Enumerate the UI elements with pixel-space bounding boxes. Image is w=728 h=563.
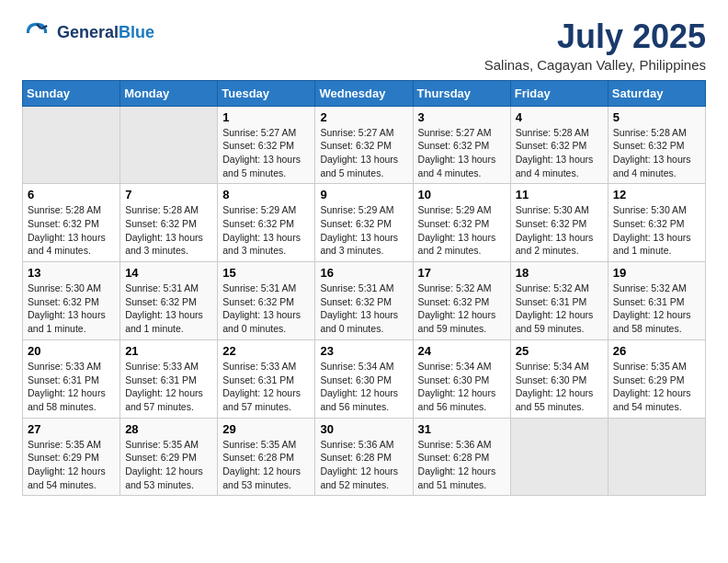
cell-day-number: 27 xyxy=(28,422,115,436)
calendar-cell: 31Sunrise: 5:36 AMSunset: 6:28 PMDayligh… xyxy=(413,418,510,496)
calendar-cell: 18Sunrise: 5:32 AMSunset: 6:31 PMDayligh… xyxy=(510,262,608,340)
cell-day-number: 7 xyxy=(125,188,212,201)
calendar-cell: 8Sunrise: 5:29 AMSunset: 6:32 PMDaylight… xyxy=(218,184,315,262)
cell-day-number: 9 xyxy=(320,188,407,201)
calendar-cell: 6Sunrise: 5:28 AMSunset: 6:32 PMDaylight… xyxy=(23,184,120,262)
cell-info: Sunrise: 5:34 AMSunset: 6:30 PMDaylight:… xyxy=(418,360,506,414)
cell-info: Sunrise: 5:34 AMSunset: 6:30 PMDaylight:… xyxy=(516,360,603,414)
cell-day-number: 16 xyxy=(320,266,407,280)
cell-info: Sunrise: 5:28 AMSunset: 6:32 PMDaylight:… xyxy=(28,203,115,258)
calendar-cell: 10Sunrise: 5:29 AMSunset: 6:32 PMDayligh… xyxy=(413,184,510,262)
cell-info: Sunrise: 5:28 AMSunset: 6:32 PMDaylight:… xyxy=(613,126,700,180)
calendar-cell xyxy=(510,418,608,496)
calendar-cell: 4Sunrise: 5:28 AMSunset: 6:32 PMDaylight… xyxy=(510,106,608,184)
calendar-cell: 19Sunrise: 5:32 AMSunset: 6:31 PMDayligh… xyxy=(608,262,705,340)
calendar-cell: 28Sunrise: 5:35 AMSunset: 6:29 PMDayligh… xyxy=(120,418,218,496)
cell-info: Sunrise: 5:35 AMSunset: 6:28 PMDaylight:… xyxy=(222,438,310,492)
cell-day-number: 8 xyxy=(222,188,310,201)
subtitle: Salinas, Cagayan Valley, Philippines xyxy=(484,57,706,73)
cell-info: Sunrise: 5:33 AMSunset: 6:31 PMDaylight:… xyxy=(222,360,310,414)
weekday-header-wednesday: Wednesday xyxy=(315,80,413,106)
cell-info: Sunrise: 5:32 AMSunset: 6:31 PMDaylight:… xyxy=(516,282,603,336)
calendar-week-2: 6Sunrise: 5:28 AMSunset: 6:32 PMDaylight… xyxy=(23,184,706,262)
cell-info: Sunrise: 5:27 AMSunset: 6:32 PMDaylight:… xyxy=(320,126,407,180)
calendar-week-3: 13Sunrise: 5:30 AMSunset: 6:32 PMDayligh… xyxy=(23,262,706,340)
cell-day-number: 18 xyxy=(516,266,603,280)
weekday-header-sunday: Sunday xyxy=(23,80,120,106)
cell-info: Sunrise: 5:30 AMSunset: 6:32 PMDaylight:… xyxy=(28,282,115,336)
cell-info: Sunrise: 5:29 AMSunset: 6:32 PMDaylight:… xyxy=(222,203,310,258)
cell-day-number: 3 xyxy=(418,110,506,124)
calendar-cell: 16Sunrise: 5:31 AMSunset: 6:32 PMDayligh… xyxy=(315,262,413,340)
calendar-cell: 9Sunrise: 5:29 AMSunset: 6:32 PMDaylight… xyxy=(315,184,413,262)
cell-day-number: 22 xyxy=(222,344,310,358)
calendar-cell: 15Sunrise: 5:31 AMSunset: 6:32 PMDayligh… xyxy=(218,262,315,340)
cell-day-number: 6 xyxy=(28,188,115,201)
weekday-header-monday: Monday xyxy=(120,80,218,106)
calendar-cell: 14Sunrise: 5:31 AMSunset: 6:32 PMDayligh… xyxy=(120,262,218,340)
cell-info: Sunrise: 5:29 AMSunset: 6:32 PMDaylight:… xyxy=(418,203,506,258)
cell-day-number: 19 xyxy=(613,266,700,280)
weekday-header-tuesday: Tuesday xyxy=(218,80,315,106)
cell-day-number: 17 xyxy=(418,266,506,280)
calendar-cell: 7Sunrise: 5:28 AMSunset: 6:32 PMDaylight… xyxy=(120,184,218,262)
cell-info: Sunrise: 5:31 AMSunset: 6:32 PMDaylight:… xyxy=(125,282,212,336)
calendar-cell: 25Sunrise: 5:34 AMSunset: 6:30 PMDayligh… xyxy=(510,339,608,418)
calendar-week-4: 20Sunrise: 5:33 AMSunset: 6:31 PMDayligh… xyxy=(23,339,706,418)
cell-day-number: 2 xyxy=(320,110,407,124)
cell-info: Sunrise: 5:30 AMSunset: 6:32 PMDaylight:… xyxy=(613,203,700,258)
cell-info: Sunrise: 5:31 AMSunset: 6:32 PMDaylight:… xyxy=(320,282,407,336)
logo: GeneralBlue xyxy=(22,18,154,48)
calendar-cell: 12Sunrise: 5:30 AMSunset: 6:32 PMDayligh… xyxy=(608,184,705,262)
cell-day-number: 30 xyxy=(320,422,407,436)
cell-day-number: 13 xyxy=(28,266,115,280)
cell-info: Sunrise: 5:28 AMSunset: 6:32 PMDaylight:… xyxy=(125,203,212,258)
calendar-cell: 2Sunrise: 5:27 AMSunset: 6:32 PMDaylight… xyxy=(315,106,413,184)
main-title: July 2025 xyxy=(484,18,706,55)
cell-day-number: 23 xyxy=(320,344,407,358)
cell-info: Sunrise: 5:31 AMSunset: 6:32 PMDaylight:… xyxy=(222,282,310,336)
calendar-cell: 23Sunrise: 5:34 AMSunset: 6:30 PMDayligh… xyxy=(315,339,413,418)
cell-info: Sunrise: 5:30 AMSunset: 6:32 PMDaylight:… xyxy=(516,203,603,258)
logo-icon xyxy=(22,18,51,48)
cell-info: Sunrise: 5:27 AMSunset: 6:32 PMDaylight:… xyxy=(418,126,506,180)
cell-info: Sunrise: 5:28 AMSunset: 6:32 PMDaylight:… xyxy=(516,126,603,180)
calendar-cell: 30Sunrise: 5:36 AMSunset: 6:28 PMDayligh… xyxy=(315,418,413,496)
cell-info: Sunrise: 5:36 AMSunset: 6:28 PMDaylight:… xyxy=(418,438,506,492)
weekday-header-saturday: Saturday xyxy=(608,80,705,106)
cell-info: Sunrise: 5:36 AMSunset: 6:28 PMDaylight:… xyxy=(320,438,407,492)
cell-day-number: 24 xyxy=(418,344,506,358)
calendar-cell: 24Sunrise: 5:34 AMSunset: 6:30 PMDayligh… xyxy=(413,339,510,418)
cell-day-number: 10 xyxy=(418,188,506,201)
cell-info: Sunrise: 5:32 AMSunset: 6:32 PMDaylight:… xyxy=(418,282,506,336)
cell-day-number: 28 xyxy=(125,422,212,436)
calendar-cell: 26Sunrise: 5:35 AMSunset: 6:29 PMDayligh… xyxy=(608,339,705,418)
cell-day-number: 21 xyxy=(125,344,212,358)
cell-day-number: 14 xyxy=(125,266,212,280)
calendar-cell: 27Sunrise: 5:35 AMSunset: 6:29 PMDayligh… xyxy=(23,418,120,496)
cell-info: Sunrise: 5:29 AMSunset: 6:32 PMDaylight:… xyxy=(320,203,407,258)
cell-day-number: 26 xyxy=(613,344,700,358)
cell-day-number: 25 xyxy=(516,344,603,358)
cell-info: Sunrise: 5:33 AMSunset: 6:31 PMDaylight:… xyxy=(28,360,115,414)
calendar-cell: 11Sunrise: 5:30 AMSunset: 6:32 PMDayligh… xyxy=(510,184,608,262)
cell-info: Sunrise: 5:33 AMSunset: 6:31 PMDaylight:… xyxy=(125,360,212,414)
calendar-cell: 1Sunrise: 5:27 AMSunset: 6:32 PMDaylight… xyxy=(218,106,315,184)
cell-day-number: 1 xyxy=(222,110,310,124)
cell-day-number: 31 xyxy=(418,422,506,436)
calendar-cell: 22Sunrise: 5:33 AMSunset: 6:31 PMDayligh… xyxy=(218,339,315,418)
calendar-cell xyxy=(23,106,120,184)
title-block: July 2025 Salinas, Cagayan Valley, Phili… xyxy=(484,18,706,73)
calendar-cell: 13Sunrise: 5:30 AMSunset: 6:32 PMDayligh… xyxy=(23,262,120,340)
calendar-cell: 20Sunrise: 5:33 AMSunset: 6:31 PMDayligh… xyxy=(23,339,120,418)
calendar-cell: 21Sunrise: 5:33 AMSunset: 6:31 PMDayligh… xyxy=(120,339,218,418)
calendar-cell: 5Sunrise: 5:28 AMSunset: 6:32 PMDaylight… xyxy=(608,106,705,184)
cell-day-number: 29 xyxy=(222,422,310,436)
calendar: SundayMondayTuesdayWednesdayThursdayFrid… xyxy=(22,80,706,497)
weekday-header-friday: Friday xyxy=(510,80,608,106)
cell-info: Sunrise: 5:34 AMSunset: 6:30 PMDaylight:… xyxy=(320,360,407,414)
calendar-week-1: 1Sunrise: 5:27 AMSunset: 6:32 PMDaylight… xyxy=(23,106,706,184)
cell-day-number: 11 xyxy=(516,188,603,201)
calendar-cell xyxy=(608,418,705,496)
cell-info: Sunrise: 5:35 AMSunset: 6:29 PMDaylight:… xyxy=(613,360,700,414)
